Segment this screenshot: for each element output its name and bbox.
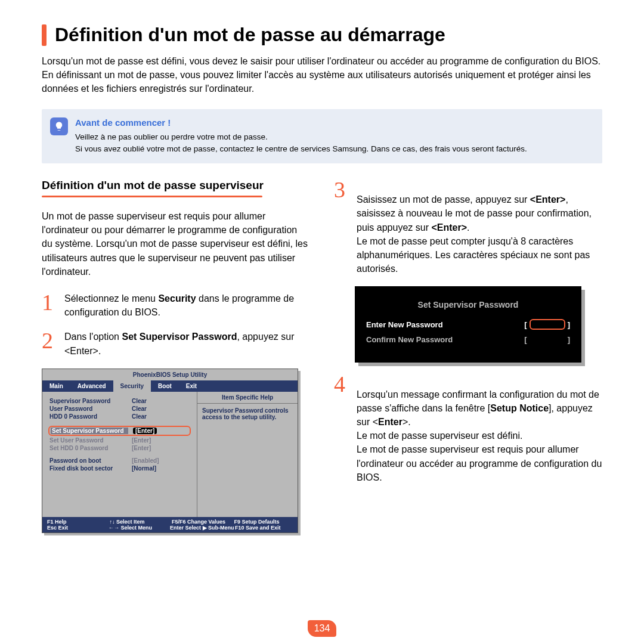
step-2: 2 Dans l'option Set Supervisor Password,…: [42, 330, 310, 357]
note-body: Veillez à ne pas oublier ou perdre votre…: [75, 131, 527, 156]
section-heading: Définition d'un mot de passe superviseur: [42, 179, 310, 192]
password-slot: [530, 335, 565, 344]
bold: <Enter>: [431, 222, 467, 233]
bios-help-heading: Item Specific Help: [197, 392, 298, 404]
text: Saisissez un mot de passe, appuyez sur: [357, 194, 530, 205]
bios-row-dim: Set User Password[Enter]: [49, 437, 190, 444]
bios-tab-main: Main: [42, 380, 70, 392]
step-number: 3: [334, 179, 351, 275]
bios-row-dim: Set HDD 0 Password[Enter]: [49, 445, 190, 451]
step-number: 2: [42, 330, 58, 357]
bold: <Enter>: [530, 194, 566, 205]
bold: Set Supervisor Password: [122, 332, 237, 342]
bios-key: Set Supervisor Password: [51, 428, 128, 434]
bios-key: Set HDD 0 Password: [49, 445, 127, 451]
dialog-label: Confirm New Password: [366, 335, 453, 344]
bios-val: [Enabled]: [132, 457, 159, 464]
dialog-input-box: []: [524, 319, 570, 330]
accent-bar: [42, 24, 47, 46]
text: Dans l'option: [64, 332, 122, 342]
step-number: 1: [42, 292, 58, 319]
dialog-input-box: []: [524, 335, 570, 344]
bios-val: Clear: [132, 398, 147, 404]
password-dialog-screenshot: Set Supervisor Password Enter New Passwo…: [355, 286, 581, 363]
bios-help-body: Supervisor Password controls access to t…: [197, 404, 298, 424]
dialog-row-enter: Enter New Password []: [366, 319, 570, 330]
note-line2: Si vous avez oublié votre mot de passe, …: [75, 143, 527, 155]
intro-paragraph: Lorsqu'un mot de passe est défini, vous …: [42, 54, 602, 96]
page-title-row: Définition d'un mot de passe au démarrag…: [42, 24, 602, 46]
bios-tabs: Main Advanced Security Boot Exit: [42, 380, 298, 392]
bios-key: User Password: [49, 405, 127, 412]
step-text: Sélectionnez le menu Security dans le pr…: [64, 292, 310, 319]
bios-tab-advanced: Advanced: [70, 380, 113, 392]
bios-key: Supervisor Password: [49, 398, 127, 404]
bios-val: Clear: [132, 405, 147, 412]
step-text: Dans l'option Set Supervisor Password, a…: [64, 330, 310, 357]
info-note-box: Avant de commencer ! Veillez à ne pas ou…: [42, 109, 602, 164]
bios-key: HDD 0 Password: [49, 413, 127, 420]
bios-tab-exit: Exit: [179, 380, 204, 392]
step-number: 4: [334, 373, 351, 484]
bios-val: [Enter]: [133, 428, 157, 434]
bios-tab-security: Security: [113, 380, 151, 392]
bios-tab-boot: Boot: [151, 380, 179, 392]
bios-body: Supervisor PasswordClear User PasswordCl…: [42, 392, 298, 517]
bios-foot-cell: Esc Exit: [47, 525, 105, 531]
bios-val: [Enter]: [132, 445, 151, 451]
step-text: Lorsqu'un message confirmant la configur…: [357, 373, 602, 484]
bios-left-panel: Supervisor PasswordClear User PasswordCl…: [42, 392, 197, 517]
bold: Security: [158, 293, 196, 304]
page-title: Définition d'un mot de passe au démarrag…: [55, 24, 445, 46]
bold: Setup Notice: [490, 403, 549, 413]
bios-foot-cell: F9 Setup Defaults: [234, 519, 293, 525]
bios-val: Clear: [132, 413, 147, 420]
note-content: Avant de commencer ! Veillez à ne pas ou…: [75, 117, 527, 156]
bios-val: [Normal]: [132, 465, 156, 472]
bios-highlighted-row: Set Supervisor Password [Enter]: [48, 426, 191, 436]
bios-row: Supervisor PasswordClear: [49, 398, 190, 404]
password-slot: [530, 319, 565, 330]
step-4: 4 Lorsqu'un message confirmant la config…: [334, 373, 602, 484]
bios-foot-cell: F5/F6 Change Values: [172, 519, 231, 525]
two-column-layout: Définition d'un mot de passe superviseur…: [42, 179, 602, 533]
bios-foot-cell: Enter Select ▶ Sub-Menu: [170, 525, 231, 531]
bios-screenshot: PhoenixBIOS Setup Utility Main Advanced …: [42, 369, 298, 533]
bios-row: Password on boot[Enabled]: [49, 457, 190, 464]
dialog-label: Enter New Password: [366, 320, 443, 329]
step-1: 1 Sélectionnez le menu Security dans le …: [42, 292, 310, 319]
dialog-row-confirm: Confirm New Password []: [366, 335, 570, 344]
right-column: 3 Saisissez un mot de passe, appuyez sur…: [334, 179, 602, 533]
bios-foot-cell: ↑↓ Select Item: [110, 519, 169, 525]
step-text: Saisissez un mot de passe, appuyez sur <…: [357, 179, 602, 275]
bios-right-panel: Item Specific Help Supervisor Password c…: [197, 392, 298, 517]
bios-key: Password on boot: [49, 457, 127, 464]
bios-row: HDD 0 PasswordClear: [49, 413, 190, 420]
bold: Enter: [378, 417, 402, 427]
step-3: 3 Saisissez un mot de passe, appuyez sur…: [334, 179, 602, 275]
bios-foot-cell: F1 Help: [47, 519, 106, 525]
note-line1: Veillez à ne pas oublier ou perdre votre…: [75, 131, 527, 143]
lightbulb-icon: [50, 117, 68, 135]
bios-foot-cell: ←→ Select Menu: [109, 525, 166, 531]
text: Sélectionnez le menu: [64, 293, 158, 304]
bios-val: [Enter]: [132, 437, 151, 444]
heading-underline: [42, 196, 262, 197]
page-number-badge: 134: [308, 620, 336, 637]
bios-footer: F1 Help ↑↓ Select Item F5/F6 Change Valu…: [42, 517, 298, 532]
bios-foot-cell: F10 Save and Exit: [235, 525, 293, 531]
left-column: Définition d'un mot de passe superviseur…: [42, 179, 310, 533]
dialog-title: Set Supervisor Password: [366, 300, 570, 309]
bios-key: Fixed disk boot sector: [49, 465, 127, 472]
bios-window-title: PhoenixBIOS Setup Utility: [42, 369, 298, 380]
bios-row: Fixed disk boot sector[Normal]: [49, 465, 190, 472]
bios-row: User PasswordClear: [49, 405, 190, 412]
section-paragraph: Un mot de passe superviseur est requis p…: [42, 209, 310, 278]
bios-key: Set User Password: [49, 437, 127, 444]
note-title: Avant de commencer !: [75, 117, 527, 128]
